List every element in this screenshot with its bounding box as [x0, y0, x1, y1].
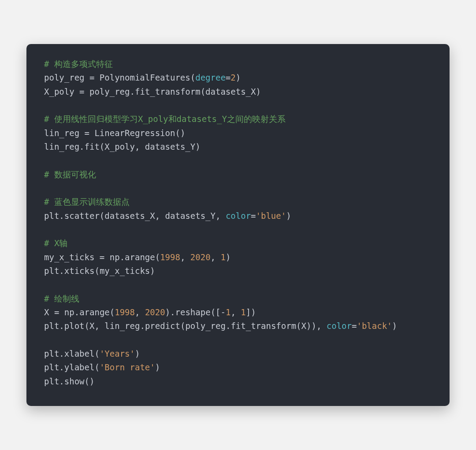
code-token-identifier: plt — [44, 266, 59, 276]
code-token-operator: = — [54, 307, 64, 317]
code-token-delimiter: ( — [94, 266, 99, 276]
code-token-operator: = — [85, 128, 95, 138]
code-token-identifier: plt — [44, 349, 59, 358]
code-token-identifier: fit_transform — [231, 321, 296, 331]
code-token-operator: . — [59, 362, 64, 372]
code-token-comment: # 构造多项式特征 — [44, 59, 113, 69]
code-token-operator: . — [59, 266, 64, 276]
code-token-delimiter: , — [94, 321, 104, 331]
code-token-delimiter: ( — [201, 87, 205, 96]
code-token-identifier: plt — [44, 362, 59, 372]
code-token-identifier: PolynomialFeatures — [100, 73, 190, 82]
code-token-delimiter: ( — [85, 321, 89, 331]
code-token-operator: = — [89, 73, 100, 82]
code-token-operator: . — [170, 307, 175, 317]
code-token-identifier: xticks — [64, 266, 95, 276]
code-token-delimiter: , — [211, 252, 221, 262]
code-token-delimiter: ) — [256, 87, 261, 96]
code-token-identifier: X — [89, 321, 94, 331]
code-token-identifier: datasets_X — [205, 87, 256, 96]
code-token-identifier: predict — [145, 321, 180, 331]
code-token-identifier: show — [64, 376, 85, 386]
code-token-comment: # X轴 — [44, 238, 67, 248]
code-token-number: 1 — [241, 307, 245, 317]
code-token-identifier: scatter — [64, 211, 100, 221]
code-token-delimiter: ) — [165, 307, 170, 317]
code-token-delimiter: ) — [155, 362, 160, 372]
code-token-delimiter: ( — [190, 73, 195, 82]
code-token-identifier: LinearRegression — [94, 128, 175, 138]
code-token-operator: . — [74, 307, 79, 317]
code-token-delimiter: ( — [180, 321, 185, 331]
code-token-identifier: np — [64, 307, 74, 317]
code-token-delimiter: ) — [195, 142, 200, 151]
code-token-delimiter: , — [155, 211, 165, 221]
code-token-keyword: color — [327, 321, 352, 331]
code-token-delimiter: ) — [286, 211, 291, 221]
code-token-number: 1 — [226, 307, 231, 317]
code-token-identifier: arange — [79, 307, 110, 317]
code-token-identifier: my_x_ticks — [100, 266, 150, 276]
code-token-delimiter: ( — [94, 362, 99, 372]
code-token-identifier: xlabel — [64, 349, 95, 358]
code-token-delimiter: , — [135, 307, 145, 317]
code-token-delimiter: , — [180, 252, 190, 262]
code-token-identifier: poly_reg — [44, 73, 89, 82]
code-token-string: 'black' — [357, 321, 392, 331]
code-token-delimiter: ( — [296, 321, 301, 331]
code-token-operator: = — [100, 252, 110, 262]
code-token-delimiter: ) — [226, 252, 231, 262]
code-token-keyword: degree — [195, 73, 226, 82]
code-token-delimiter: , — [216, 211, 226, 221]
code-token-operator: . — [79, 142, 84, 151]
code-token-operator: . — [59, 321, 64, 331]
code-token-delimiter: () — [175, 128, 185, 138]
code-token-number: 2020 — [145, 307, 165, 317]
code-token-operator: = — [251, 211, 256, 221]
code-token-comment: # 使用线性回归模型学习X_poly和datasets_Y之间的映射关系 — [44, 114, 286, 124]
code-token-identifier: X — [44, 307, 54, 317]
code-token-comment: # 蓝色显示训练数据点 — [44, 197, 130, 207]
code-token-identifier: plt — [44, 376, 59, 386]
code-token-identifier: datasets_Y — [165, 211, 216, 221]
code-token-identifier: reshape — [175, 307, 211, 317]
code-token-delimiter: ([ — [211, 307, 221, 317]
code-token-identifier: ylabel — [64, 362, 95, 372]
code-token-delimiter: ) — [392, 321, 397, 331]
code-token-delimiter: )) — [306, 321, 316, 331]
code-token-identifier: X_poly — [44, 87, 79, 96]
code-token-comment: # 绘制线 — [44, 294, 79, 303]
code-token-delimiter: ]) — [246, 307, 256, 317]
code-token-identifier: np — [110, 252, 120, 262]
code-content[interactable]: # 构造多项式特征 poly_reg = PolynomialFeatures(… — [44, 57, 432, 388]
code-token-identifier: plt — [44, 321, 59, 331]
code-token-delimiter: ) — [236, 73, 241, 82]
code-token-number: 2 — [231, 73, 235, 82]
code-token-identifier: plot — [64, 321, 85, 331]
code-token-identifier: datasets_Y — [145, 142, 195, 151]
code-token-identifier: lin_reg — [104, 321, 140, 331]
code-token-operator: . — [59, 376, 64, 386]
code-token-number: 1 — [220, 252, 225, 262]
code-token-operator: . — [120, 252, 125, 262]
code-token-string: 'Born rate' — [100, 362, 155, 372]
code-token-identifier: lin_reg — [44, 128, 85, 138]
code-token-delimiter: ) — [135, 349, 140, 358]
code-token-operator: . — [59, 211, 64, 221]
code-token-operator: = — [352, 321, 357, 331]
code-token-keyword: color — [226, 211, 251, 221]
code-token-delimiter: ( — [100, 211, 104, 221]
code-token-operator: . — [226, 321, 231, 331]
code-token-delimiter: , — [316, 321, 327, 331]
code-token-identifier: X — [301, 321, 306, 331]
code-token-delimiter: () — [85, 376, 95, 386]
code-token-string: 'blue' — [256, 211, 286, 221]
code-token-operator: . — [140, 321, 145, 331]
code-block: # 构造多项式特征 poly_reg = PolynomialFeatures(… — [26, 44, 450, 406]
code-token-identifier: my_x_ticks — [44, 252, 100, 262]
code-token-identifier: fit_transform — [135, 87, 201, 96]
code-token-delimiter: ) — [150, 266, 155, 276]
code-token-number: 1998 — [160, 252, 180, 262]
code-token-operator: . — [59, 349, 64, 358]
code-token-operator: - — [221, 307, 226, 317]
